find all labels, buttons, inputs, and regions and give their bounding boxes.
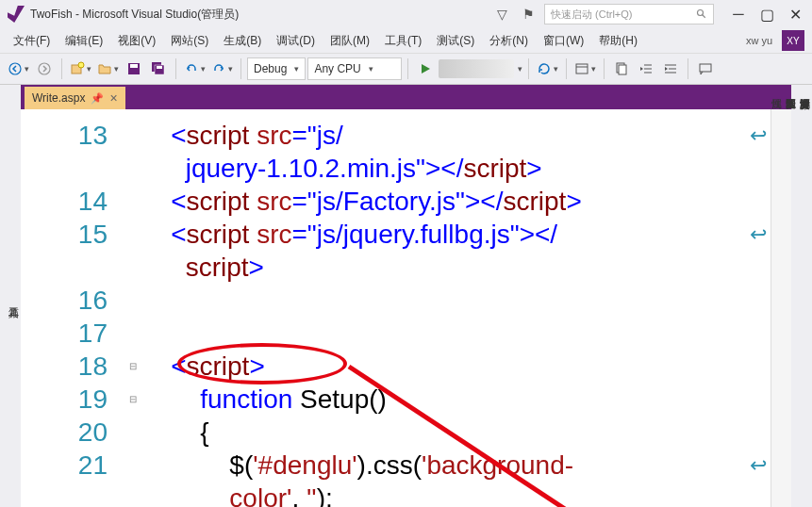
start-button[interactable]	[414, 57, 437, 80]
close-button[interactable]: ✕	[786, 6, 804, 24]
svg-point-2	[9, 63, 21, 74]
svg-rect-7	[130, 64, 138, 68]
svg-point-0	[698, 10, 704, 16]
right-panel-tabs: 解决方案资源管理器 团队资源管理器 属性	[791, 85, 812, 507]
tab-close-icon[interactable]: ×	[109, 90, 117, 106]
copy-button[interactable]	[610, 57, 633, 80]
wrap-glyph-icon: ↩	[750, 123, 767, 148]
svg-point-3	[39, 63, 50, 74]
quick-launch-placeholder: 快速启动 (Ctrl+Q)	[551, 8, 696, 22]
line-number-gutter: 131415161718192021	[21, 109, 124, 507]
titlebar: TwoFish - Microsoft Visual Studio(管理员) ▽…	[0, 0, 812, 28]
toolbox-panel-tab[interactable]: 工具箱	[0, 85, 21, 507]
menubar: 文件(F) 编辑(E) 视图(V) 网站(S) 生成(B) 调试(D) 团队(M…	[0, 28, 812, 53]
main-area: 工具箱 Write.aspx 📌 × 131415161718192021 ⊟⊟…	[0, 85, 812, 507]
save-all-button[interactable]	[147, 57, 170, 80]
indent-button[interactable]	[659, 57, 682, 80]
svg-rect-21	[700, 64, 711, 72]
menu-build[interactable]: 生成(B)	[218, 31, 267, 51]
undo-button[interactable]: ▾	[182, 57, 207, 80]
menu-edit[interactable]: 编辑(E)	[59, 31, 108, 51]
document-tab-well: Write.aspx 📌 ×	[21, 85, 791, 109]
open-button[interactable]: ▾	[95, 57, 121, 80]
config-dropdown[interactable]: Debug▾	[247, 57, 306, 80]
menu-file[interactable]: 文件(F)	[8, 31, 56, 51]
nav-forward-button[interactable]	[33, 57, 56, 80]
svg-rect-14	[619, 65, 626, 74]
pin-icon[interactable]: 📌	[91, 92, 104, 105]
code-editor[interactable]: 131415161718192021 ⊟⊟ <script src="js/ j…	[21, 109, 791, 507]
menu-website[interactable]: 网站(S)	[165, 31, 214, 51]
wrap-glyph-icon: ↩	[750, 222, 767, 247]
tab-label: Write.aspx	[32, 91, 85, 105]
outdent-button[interactable]	[635, 57, 657, 80]
menu-test[interactable]: 测试(S)	[431, 31, 480, 51]
window-title: TwoFish - Microsoft Visual Studio(管理员)	[30, 7, 239, 23]
refresh-button[interactable]: ▾	[535, 57, 560, 80]
svg-rect-10	[157, 66, 162, 69]
user-avatar[interactable]: XY	[782, 30, 804, 51]
toolbar: ▾ ▾ ▾ ▾ ▾ Debug▾ Any CPU▾ ▾ ▾ ▾	[0, 53, 812, 85]
nav-back-button[interactable]: ▾	[6, 57, 31, 80]
notifications-icon[interactable]: ▽	[491, 4, 512, 25]
menu-window[interactable]: 窗口(W)	[538, 31, 589, 51]
svg-line-1	[703, 15, 705, 18]
vs-logo-icon	[8, 6, 25, 23]
comment-button[interactable]	[694, 57, 717, 80]
browser-selector[interactable]	[439, 59, 514, 78]
quick-launch-input[interactable]: 快速启动 (Ctrl+Q)	[544, 4, 714, 25]
menu-team[interactable]: 团队(M)	[324, 31, 375, 51]
menu-analyze[interactable]: 分析(N)	[484, 31, 534, 51]
svg-point-5	[78, 62, 84, 68]
browser-link-button[interactable]: ▾	[572, 57, 598, 80]
save-button[interactable]	[123, 57, 145, 80]
search-icon	[696, 8, 707, 20]
menu-help[interactable]: 帮助(H)	[593, 31, 643, 51]
code-content[interactable]: <script src="js/ jquery-1.10.2.min.js"><…	[141, 109, 771, 507]
solution-explorer-tab[interactable]: 解决方案资源管理器	[798, 90, 812, 499]
start-dropdown[interactable]: ▾	[518, 64, 522, 74]
redo-button[interactable]: ▾	[209, 57, 235, 80]
document-tab[interactable]: Write.aspx 📌 ×	[25, 87, 125, 109]
wrap-glyph-icon: ↩	[750, 453, 767, 478]
user-name[interactable]: xw yu	[746, 35, 772, 46]
platform-dropdown[interactable]: Any CPU▾	[307, 57, 402, 80]
minimize-button[interactable]: ─	[729, 6, 748, 24]
maximize-button[interactable]: ▢	[757, 6, 776, 24]
window-buttons: ─ ▢ ✕	[729, 6, 804, 24]
menu-tools[interactable]: 工具(T)	[379, 31, 427, 51]
feedback-icon[interactable]: ⚑	[518, 4, 539, 25]
fold-gutter: ⊟⊟	[124, 109, 141, 507]
menu-view[interactable]: 视图(V)	[112, 31, 161, 51]
new-project-button[interactable]: ▾	[68, 57, 93, 80]
menu-debug[interactable]: 调试(D)	[271, 31, 321, 51]
svg-rect-11	[576, 64, 588, 74]
scrollbar[interactable]	[771, 109, 791, 507]
